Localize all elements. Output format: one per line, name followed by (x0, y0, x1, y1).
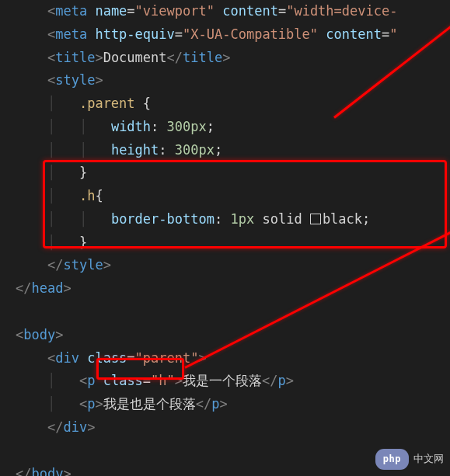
code-line: │ } (16, 162, 450, 185)
code-line: │ .parent { (16, 92, 450, 116)
code-line: <title>Document</title> (16, 47, 450, 70)
watermark: php 中文网 (375, 449, 444, 470)
code-line: </head> (16, 277, 450, 301)
code-line: │ │ width: 300px; (16, 116, 450, 139)
code-line: </div> (16, 416, 450, 440)
code-line: <meta name="viewport" content="width=dev… (16, 0, 450, 23)
code-line: <style> (16, 69, 450, 92)
blank-line (16, 301, 450, 324)
code-editor: <meta name="viewport" content="width=dev… (0, 0, 450, 476)
code-line: <div class="parent"> (16, 347, 450, 370)
code-line: │ .h{ (16, 185, 450, 208)
watermark-badge: php (375, 449, 409, 470)
code-line: │ │ height: 300px; (16, 139, 450, 162)
color-swatch-icon (310, 214, 321, 224)
watermark-text: 中文网 (413, 450, 444, 468)
code-line: │ │ border-bottom: 1px solid black; (16, 208, 450, 231)
code-line: │ <p>我是也是个段落</p> (16, 393, 450, 416)
code-line: │ <p class="h">我是一个段落</p> (16, 370, 450, 393)
code-line: <meta http-equiv="X-UA-Compatible" conte… (16, 23, 450, 47)
code-line: │ } (16, 231, 450, 255)
